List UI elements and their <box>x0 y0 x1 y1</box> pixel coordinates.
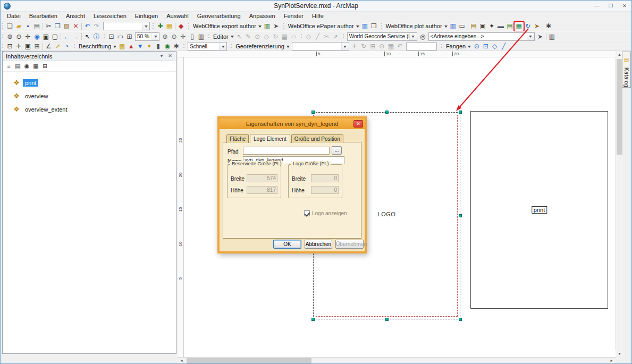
menu-fenster[interactable]: Fenster <box>280 12 308 20</box>
geocode-service-combo[interactable]: World Geocode Service (i <box>347 32 417 41</box>
label-weight-icon[interactable]: ▼ <box>136 42 145 51</box>
chevron-down-icon[interactable] <box>527 33 534 40</box>
list-by-source-icon[interactable]: ▤ <box>13 62 22 71</box>
select-elements-icon[interactable]: ↖ <box>83 32 92 41</box>
label-toggle-icon[interactable]: ✦ <box>145 42 154 51</box>
horizontal-scrollbar[interactable]: ◂ ▸ <box>178 357 616 364</box>
selection-handle[interactable] <box>385 111 389 114</box>
menu-einfuegen[interactable]: Einfügen <box>131 12 162 20</box>
georef-shift-icon[interactable]: ✛ <box>350 42 359 51</box>
plot-stamp-icon[interactable]: ▤ <box>469 22 478 31</box>
new-document-icon[interactable]: ❏ <box>5 22 14 31</box>
snap-point-icon[interactable]: ⊙ <box>472 42 481 51</box>
close-icon[interactable]: ✕ <box>354 121 363 127</box>
pin-icon[interactable]: ▾ <box>157 53 166 60</box>
toggle-draft-mode-icon[interactable]: ▥ <box>197 32 206 41</box>
full-extent-icon[interactable]: ◉ <box>32 32 41 41</box>
fangen-menu[interactable]: Fangen <box>444 43 472 49</box>
katalog-side-tab[interactable]: ▤ Katalog <box>622 52 631 88</box>
chevron-down-icon[interactable] <box>151 33 159 40</box>
chevron-down-icon[interactable] <box>142 22 149 30</box>
pan-layout-icon[interactable]: ✛ <box>179 32 188 41</box>
dynamic-legend-tool-icon[interactable]: ▦ <box>515 22 524 31</box>
zoom-100-icon[interactable]: ⊞ <box>125 32 134 41</box>
fixed-zoom-in-icon[interactable]: ▣ <box>41 32 50 41</box>
list-by-visibility-icon[interactable]: ◉ <box>22 62 31 71</box>
label-statistics-icon[interactable]: ✱ <box>172 42 181 51</box>
plot-settings-icon[interactable]: ✱ <box>544 22 553 31</box>
snap-edge-icon[interactable]: ╱ <box>499 42 508 51</box>
snap-end-icon[interactable]: ⊡ <box>481 42 490 51</box>
tab-groesse-und-position[interactable]: Größe und Position <box>291 134 343 143</box>
label-manager-icon[interactable]: ▩ <box>117 42 127 51</box>
plot-frame-icon[interactable]: ▭ <box>458 22 467 31</box>
sketch-properties-icon[interactable]: ▱ <box>289 32 298 41</box>
fixed-zoom-out-icon[interactable]: ▢ <box>50 32 60 41</box>
selection-handle[interactable] <box>459 111 462 114</box>
reference-scale-combo[interactable] <box>103 22 150 30</box>
print-text-element[interactable]: print <box>532 206 547 214</box>
minimize-icon[interactable]: — <box>590 1 604 11</box>
menu-auswahl[interactable]: Auswahl <box>162 12 193 20</box>
layout-page-print[interactable]: print <box>470 111 608 309</box>
scroll-right-icon[interactable]: ▸ <box>608 358 616 364</box>
scroll-left-icon[interactable]: ◂ <box>178 358 186 364</box>
reshape-feature-icon[interactable]: ╱ <box>313 32 322 41</box>
title-bar[interactable]: SynPlotService.mxd - ArcMap —❐✕ <box>1 1 631 12</box>
undo-icon[interactable]: ↶ <box>83 22 92 31</box>
toc-item-overview-extent[interactable]: ❖ overview_extent <box>6 103 176 116</box>
menu-hilfe[interactable]: Hilfe <box>308 12 328 20</box>
checkbox-checked-icon[interactable] <box>304 210 310 216</box>
georef-scale-icon[interactable]: ⊞ <box>368 42 377 51</box>
list-by-drawing-order-icon[interactable]: ≡ <box>4 62 13 71</box>
snap-sketch-icon[interactable]: ⊙ <box>253 32 262 41</box>
toc-item-label[interactable]: overview <box>23 92 50 100</box>
selection-handle[interactable] <box>311 111 315 114</box>
cancel-button[interactable]: Abbrechen <box>305 240 332 249</box>
measure-icon[interactable]: ∠ <box>44 42 53 51</box>
hyperlink-icon[interactable]: ➚ <box>53 42 62 51</box>
layer-group-icon[interactable]: ❖ <box>12 92 21 100</box>
arctoolbox-icon[interactable]: ◆ <box>176 22 186 31</box>
trace-tool-icon[interactable]: ➚ <box>331 32 340 41</box>
dialog-title-bar[interactable]: Eigenschaften von syn_dyn_legend <box>220 118 365 129</box>
tab-flaeche[interactable]: Fläche <box>226 134 249 143</box>
logo-anzeigen-checkbox[interactable]: Logo anzeigen <box>304 210 347 216</box>
split-tool-icon[interactable]: ◇ <box>262 32 271 41</box>
menu-datei[interactable]: Datei <box>3 12 25 20</box>
selection-handle[interactable] <box>385 318 389 321</box>
editor-arrow-icon[interactable]: ↖ <box>235 32 244 41</box>
menu-lesezeichen[interactable]: Lesezeichen <box>89 12 131 20</box>
cut-icon[interactable]: ✂ <box>44 22 53 31</box>
print-icon[interactable]: ▤ <box>32 22 41 31</box>
label-view-unplaced-icon[interactable]: ◉ <box>163 42 172 51</box>
plot-export-icon[interactable]: ➤ <box>533 22 542 31</box>
geocode-manage-icon[interactable]: ▥ <box>547 32 557 41</box>
georef-table-icon[interactable]: ▦ <box>386 42 395 51</box>
rotate-tool-icon[interactable]: ↻ <box>271 32 280 41</box>
selection-handle[interactable] <box>311 318 315 321</box>
layer-group-icon[interactable]: ❖ <box>12 79 21 87</box>
fixed-zoom-out-layout-icon[interactable]: ⊖ <box>170 32 179 41</box>
layer-group-icon[interactable]: ❖ <box>12 105 21 114</box>
pan-icon[interactable]: ✛ <box>23 32 32 41</box>
georef-rotate-icon[interactable]: ↻ <box>359 42 368 51</box>
toc-item-label[interactable]: overview_extent <box>23 106 70 113</box>
cut-polygons-icon[interactable]: ✂ <box>322 32 331 41</box>
delete-icon[interactable]: ✕ <box>71 22 80 31</box>
plot-page-icon[interactable]: ▥ <box>449 22 458 31</box>
pan-page-icon[interactable]: ✛ <box>14 42 23 51</box>
plot-north-arrow-icon[interactable]: ✦ <box>487 22 496 31</box>
georef-reset-icon[interactable]: ↶ <box>395 42 405 51</box>
geocode-search-icon[interactable]: ➤ <box>536 32 545 41</box>
georef-layer-combo[interactable] <box>292 42 349 50</box>
menu-ansicht[interactable]: Ansicht <box>62 12 89 20</box>
forward-extent-icon[interactable]: → <box>71 32 80 41</box>
identify-icon[interactable]: ⓘ <box>92 32 101 41</box>
list-by-selection-icon[interactable]: ▦ <box>31 62 40 71</box>
add-data-icon[interactable]: ✚ <box>156 22 165 31</box>
vertical-scrollbar[interactable]: ▴ ▾ <box>616 51 623 357</box>
menu-geoverarbeitung[interactable]: Geoverarbeitung <box>193 12 245 20</box>
chevron-down-icon[interactable] <box>219 43 226 50</box>
selection-handle[interactable] <box>459 318 462 321</box>
